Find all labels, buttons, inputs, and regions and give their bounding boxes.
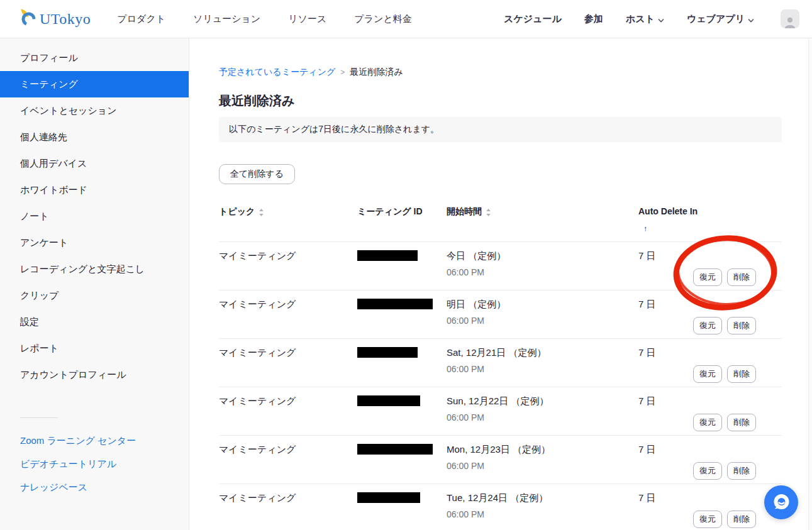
table-row: マイミーティング 明日 （定例） 06:00 PM 7 日 復元 削除 <box>219 290 782 339</box>
zoom-web-portal: UTokyo プロダクト ソリューション リソース プランと料金 スケジュール … <box>0 0 812 530</box>
sidebar-divider <box>20 417 58 418</box>
restore-button[interactable]: 復元 <box>693 268 722 286</box>
table-row: マイミーティング Sun, 12月22日 （定例） 06:00 PM 7 日 復… <box>219 387 782 436</box>
logo-text: UTokyo <box>40 11 91 28</box>
table-row: マイミーティング Mon, 12月23日 （定例） 06:00 PM 7 日 復… <box>219 436 782 484</box>
breadcrumb-current: 最近削除済み <box>350 67 403 78</box>
restore-button[interactable]: 復元 <box>693 317 722 334</box>
meeting-id-redacted <box>357 444 433 455</box>
meeting-start-date: Tue, 12月24日 （定例） <box>447 484 638 504</box>
sidebar-item-meetings[interactable]: ミーティング <box>0 71 189 97</box>
sort-icon <box>259 208 264 219</box>
meeting-start-date: Mon, 12月23日 （定例） <box>447 436 638 456</box>
restore-button[interactable]: 復元 <box>693 462 722 480</box>
sidebar-link-knowledge-base[interactable]: ナレッジベース <box>0 476 189 499</box>
nav-schedule[interactable]: スケジュール <box>504 13 562 25</box>
sort-icon <box>486 208 491 219</box>
table-row: マイミーティング Sat, 12月21日 （定例） 06:00 PM 7 日 復… <box>219 339 782 387</box>
column-header-meeting-id: ミーティング ID <box>357 205 447 241</box>
meeting-id-redacted <box>357 347 418 358</box>
ginkgo-leaf-icon <box>20 8 37 30</box>
auto-delete-notice: 以下のミーティングは7日後に永久に削除されます。 <box>219 117 782 142</box>
sidebar-item-personal-devices[interactable]: 個人用デバイス <box>0 150 189 177</box>
delete-button[interactable]: 削除 <box>727 462 756 480</box>
nav-webapp-menu[interactable]: ウェブアプリ <box>687 13 754 25</box>
meeting-topic: マイミーティング <box>219 242 357 290</box>
nav-plans[interactable]: プランと料金 <box>354 13 411 25</box>
meeting-start-time: 06:00 PM <box>447 267 638 277</box>
column-header-auto-delete-in[interactable]: Auto Delete In ↑ <box>638 205 782 241</box>
breadcrumb-separator-icon: > <box>340 68 345 77</box>
sidebar-item-events-sessions[interactable]: イベントとセッション <box>0 97 189 124</box>
session-nav: スケジュール 参加 ホスト ウェブアプリ <box>504 9 799 28</box>
meeting-topic: マイミーティング <box>219 436 357 483</box>
meeting-start-time: 06:00 PM <box>447 316 638 326</box>
scrollbar[interactable] <box>808 38 812 530</box>
nav-solutions[interactable]: ソリューション <box>193 13 260 25</box>
delete-button[interactable]: 削除 <box>727 414 756 431</box>
person-icon <box>783 16 797 28</box>
top-navigation-bar: UTokyo プロダクト ソリューション リソース プランと料金 スケジュール … <box>0 0 812 38</box>
column-header-topic[interactable]: トピック <box>219 205 357 241</box>
sidebar-link-video-tutorials[interactable]: ビデオチュートリアル <box>0 453 189 476</box>
column-header-start-time[interactable]: 開始時間 <box>447 205 638 241</box>
nav-join[interactable]: 参加 <box>584 13 603 25</box>
delete-button[interactable]: 削除 <box>727 268 756 286</box>
meeting-start-time: 06:00 PM <box>447 364 638 374</box>
sidebar-item-clips[interactable]: クリップ <box>0 282 189 309</box>
meeting-topic: マイミーティング <box>219 484 357 530</box>
main-content: 予定されているミーティング > 最近削除済み 最近削除済み 以下のミーティングは… <box>189 38 812 530</box>
restore-button[interactable]: 復元 <box>693 511 722 528</box>
sidebar-item-settings[interactable]: 設定 <box>0 309 189 335</box>
nav-resources[interactable]: リソース <box>288 13 326 25</box>
delete-button[interactable]: 削除 <box>727 365 756 383</box>
sidebar-item-personal-contacts[interactable]: 個人連絡先 <box>0 124 189 150</box>
delete-all-button[interactable]: 全て削除する <box>219 164 295 184</box>
chat-bubble-icon <box>772 493 791 512</box>
sidebar-item-account-profile[interactable]: アカウントプロフィール <box>0 362 189 388</box>
chat-support-button[interactable] <box>764 485 798 519</box>
restore-button[interactable]: 復元 <box>693 414 722 431</box>
meeting-topic: マイミーティング <box>219 387 357 435</box>
restore-button[interactable]: 復元 <box>693 365 722 383</box>
meeting-start-time: 06:00 PM <box>447 509 638 519</box>
user-avatar[interactable] <box>781 9 799 28</box>
breadcrumb-upcoming-meetings[interactable]: 予定されているミーティング <box>219 67 335 78</box>
sort-ascending-icon: ↑ <box>638 224 647 233</box>
breadcrumb: 予定されているミーティング > 最近削除済み <box>219 67 812 78</box>
meeting-start-time: 06:00 PM <box>447 412 638 422</box>
meeting-start-date: Sun, 12月22日 （定例） <box>447 387 638 407</box>
meeting-id-redacted <box>357 299 433 309</box>
meeting-topic: マイミーティング <box>219 290 357 338</box>
nav-host-menu[interactable]: ホスト <box>626 13 664 25</box>
nav-products[interactable]: プロダクト <box>117 13 165 25</box>
primary-nav: プロダクト ソリューション リソース プランと料金 <box>117 13 411 25</box>
sidebar: プロフィール ミーティング イベントとセッション 個人連絡先 個人用デバイス ホ… <box>0 38 189 530</box>
sidebar-link-learning-center[interactable]: Zoom ラーニング センター <box>0 429 189 453</box>
sidebar-item-whiteboards[interactable]: ホワイトボード <box>0 177 189 203</box>
delete-button[interactable]: 削除 <box>727 511 756 528</box>
chevron-down-icon <box>748 14 754 25</box>
deleted-meetings-table: トピック ミーティング ID 開始時間 <box>219 205 782 530</box>
meeting-start-date: 今日 （定例） <box>447 242 638 262</box>
sidebar-item-reports[interactable]: レポート <box>0 335 189 362</box>
chevron-down-icon <box>658 14 664 25</box>
sidebar-item-surveys[interactable]: アンケート <box>0 229 189 256</box>
table-header-row: トピック ミーティング ID 開始時間 <box>219 205 782 242</box>
meeting-id-redacted <box>357 492 420 503</box>
meeting-id-redacted <box>357 250 418 261</box>
meeting-start-time: 06:00 PM <box>447 461 638 471</box>
meeting-topic: マイミーティング <box>219 339 357 387</box>
meeting-id-redacted <box>357 395 420 406</box>
sidebar-item-profile[interactable]: プロフィール <box>0 45 189 71</box>
delete-button[interactable]: 削除 <box>727 317 756 334</box>
table-row: マイミーティング 今日 （定例） 06:00 PM 7 日 復元 削除 <box>219 242 782 290</box>
utokyo-logo[interactable]: UTokyo <box>20 8 91 30</box>
meeting-start-date: 明日 （定例） <box>447 290 638 311</box>
table-row: マイミーティング Tue, 12月24日 （定例） 06:00 PM 7 日 復… <box>219 484 782 530</box>
meeting-start-date: Sat, 12月21日 （定例） <box>447 339 638 359</box>
sidebar-item-recordings[interactable]: レコーディングと文字起こし <box>0 256 189 282</box>
page-title: 最近削除済み <box>219 92 812 109</box>
sidebar-item-notes[interactable]: ノート <box>0 203 189 229</box>
